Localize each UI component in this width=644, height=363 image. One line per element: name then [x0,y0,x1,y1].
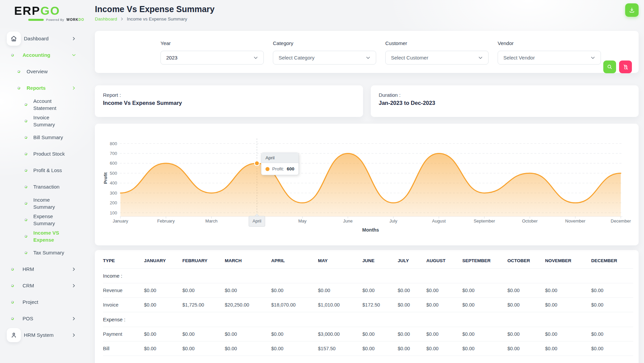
sidebar-item-transaction[interactable]: Transaction [0,178,88,195]
sidebar-item-hrm[interactable]: HRM [0,261,88,277]
sidebar-item-label: HRM System [24,331,53,338]
chevron-right-icon [72,283,76,288]
cell-value: $0.00 [462,283,507,298]
page-title: Income Vs Expense Summary [95,4,639,14]
chart-card: 100200300400500600700800JanuaryFebruaryM… [95,124,639,245]
bullet-icon [24,169,28,172]
table-row-invoice: Invoice$0.00$1,725.00$20,250.00$18,070.0… [103,298,633,312]
sidebar-item-tax-summary[interactable]: Tax Summary [0,244,88,261]
column-header: TYPE [103,250,144,269]
sidebar-item-accounting[interactable]: Accounting [0,47,88,63]
cell-value: $0.00 [398,341,426,356]
cell-value: $0.00 [591,327,633,341]
table-header: TYPEJANUARYFEBRUARYMARCHAPRILMAYJUNEJULY… [103,250,633,269]
highlight-marker [255,161,259,166]
bullet-icon [11,284,14,287]
vendor-select[interactable]: Select Vendor [498,51,601,65]
cell-value: $18,070.00 [271,298,318,312]
sidebar-item-account-statement[interactable]: Account Statement [0,96,88,113]
cell-value: $0.00 [182,327,225,341]
cell-value: $1,010.00 [318,298,362,312]
cell-value: $0.00 [507,341,545,356]
x-tick-label: June [343,218,353,224]
sidebar-item-income-vs-expense[interactable]: Income VS Expense [0,228,88,244]
category-select[interactable]: Select Category [273,51,376,65]
sidebar-item-label: Expense Summary [33,213,72,227]
reset-filter-button[interactable] [619,61,632,73]
sidebar-item-label: Product Stock [33,150,65,157]
sidebar-item-hrm-system[interactable]: HRM System [0,327,88,343]
sidebar-item-income-summary[interactable]: Income Summary [0,195,88,211]
profit-area [120,153,621,216]
sidebar-item-overview[interactable]: Overview [0,63,88,80]
profit-area-chart[interactable]: 100200300400500600700800JanuaryFebruaryM… [102,128,632,241]
cell-value: $0.00 [225,283,271,298]
section-label: Income : [103,269,633,283]
sidebar-item-label: Profit & Loss [33,167,62,174]
table-row-payment: Payment$0.00$0.00$0.00$0.00$3,000.00$0.0… [103,327,633,341]
chevron-right-icon [72,333,76,337]
sidebar-item-label: Project [23,298,38,306]
column-header: MARCH [225,250,271,269]
sidebar-item-label: Accounting [23,51,50,58]
cell-value: $0.00 [507,283,545,298]
sidebar-item-expense-summary[interactable]: Expense Summary [0,211,88,228]
vendor-filter: Vendor Select Vendor [498,40,601,65]
y-tick-label: 200 [110,200,117,205]
y-tick-label: 700 [110,151,117,156]
row-type: Bill [103,341,144,356]
bullet-icon [24,185,28,189]
sidebar-item-reports[interactable]: Reports [0,80,88,96]
brand-do: DO [78,18,84,22]
cell-value: $157.50 [318,341,362,356]
category-label: Category [273,40,376,46]
sidebar-item-pos[interactable]: POS [0,310,88,327]
customer-label: Customer [385,40,489,46]
cell-value: $0.00 [144,341,182,356]
app-logo[interactable]: ERPGO Powered By WORKDO [0,5,88,22]
file-slash-icon [623,64,629,70]
sidebar-item-label: Overview [27,68,48,75]
cell-value: $0.00 [545,298,591,312]
powered-by: Powered By WORKDO [14,18,88,22]
home-icon [7,32,21,46]
x-tick-label: April [253,218,261,224]
user-icon [7,328,21,342]
sidebar-item-label: Tax Summary [33,249,64,256]
search-button[interactable] [603,61,616,73]
sidebar-item-label: Dashboard [24,35,48,42]
cell-value: $0.00 [271,283,318,298]
download-button[interactable] [625,3,639,17]
sidebar-item-invoice-summary[interactable]: Invoice Summary [0,113,88,129]
sidebar-item-product-stock[interactable]: Product Stock [0,146,88,162]
year-select[interactable]: 2023 [160,51,264,65]
logo-underline [28,19,44,21]
category-filter: Category Select Category [273,40,376,65]
sidebar-item-crm[interactable]: CRM [0,277,88,294]
y-axis-title: Profit [103,172,108,184]
breadcrumb-dashboard-link[interactable]: Dashboard [95,16,117,22]
bullet-icon [24,251,28,254]
sidebar-item-bill-summary[interactable]: Bill Summary [0,129,88,146]
sidebar-item-label: Bill Summary [33,134,63,141]
chevron-right-icon [72,316,76,321]
bullet-icon [24,218,28,221]
cell-value: $0.00 [507,298,545,312]
sidebar-item-project[interactable]: Project [0,294,88,310]
bullet-icon [17,70,21,73]
cell-value: $0.00 [225,327,271,341]
main-area: Income Vs Expense Summary Dashboard Inco… [88,0,644,363]
breadcrumb-current: Income vs Expense Summary [127,16,187,22]
y-tick-label: 800 [110,141,117,146]
sidebar-item-profit-loss[interactable]: Profit & Loss [0,162,88,178]
sidebar-item-label: Reports [27,84,46,91]
cell-value: $0.00 [398,327,426,341]
tooltip-body: Profit: 600 [261,163,298,175]
customer-select[interactable]: Select Customer [385,51,489,65]
sidebar-menu: DashboardAccountingOverviewReportsAccoun… [0,30,88,343]
topbar: Income Vs Expense Summary Dashboard Inco… [88,0,644,22]
chevron-right-icon [72,267,76,271]
section-label: Expense : [103,312,633,327]
sidebar-item-dashboard[interactable]: Dashboard [0,30,88,47]
duration-value: Jan-2023 to Dec-2023 [379,100,631,106]
